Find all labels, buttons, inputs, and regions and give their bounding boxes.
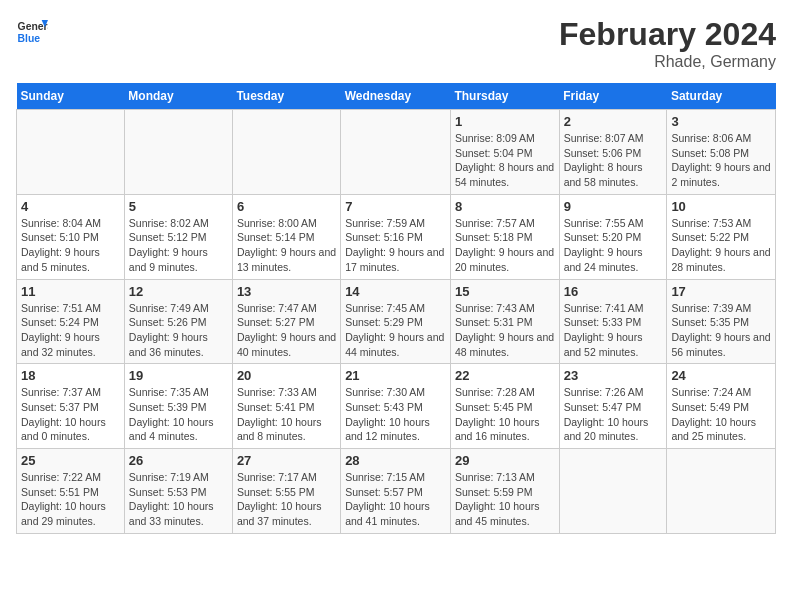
day-info: Sunrise: 8:02 AM Sunset: 5:12 PM Dayligh… (129, 216, 228, 275)
calendar-cell: 10Sunrise: 7:53 AM Sunset: 5:22 PM Dayli… (667, 194, 776, 279)
day-number: 17 (671, 284, 771, 299)
calendar-cell: 16Sunrise: 7:41 AM Sunset: 5:33 PM Dayli… (559, 279, 667, 364)
calendar-cell: 8Sunrise: 7:57 AM Sunset: 5:18 PM Daylig… (450, 194, 559, 279)
day-number: 27 (237, 453, 336, 468)
logo-icon: General Blue (16, 16, 48, 48)
weekday-thursday: Thursday (450, 83, 559, 110)
weekday-header-row: SundayMondayTuesdayWednesdayThursdayFrid… (17, 83, 776, 110)
day-info: Sunrise: 7:43 AM Sunset: 5:31 PM Dayligh… (455, 301, 555, 360)
weekday-saturday: Saturday (667, 83, 776, 110)
logo: General Blue (16, 16, 48, 48)
calendar-cell: 17Sunrise: 7:39 AM Sunset: 5:35 PM Dayli… (667, 279, 776, 364)
day-number: 5 (129, 199, 228, 214)
calendar-cell: 14Sunrise: 7:45 AM Sunset: 5:29 PM Dayli… (341, 279, 451, 364)
day-info: Sunrise: 8:04 AM Sunset: 5:10 PM Dayligh… (21, 216, 120, 275)
day-number: 24 (671, 368, 771, 383)
day-number: 21 (345, 368, 446, 383)
day-info: Sunrise: 7:41 AM Sunset: 5:33 PM Dayligh… (564, 301, 663, 360)
calendar-cell: 2Sunrise: 8:07 AM Sunset: 5:06 PM Daylig… (559, 110, 667, 195)
calendar-cell (124, 110, 232, 195)
day-number: 11 (21, 284, 120, 299)
day-info: Sunrise: 7:35 AM Sunset: 5:39 PM Dayligh… (129, 385, 228, 444)
weekday-tuesday: Tuesday (232, 83, 340, 110)
calendar-cell (341, 110, 451, 195)
calendar-week-2: 11Sunrise: 7:51 AM Sunset: 5:24 PM Dayli… (17, 279, 776, 364)
day-info: Sunrise: 7:39 AM Sunset: 5:35 PM Dayligh… (671, 301, 771, 360)
day-number: 12 (129, 284, 228, 299)
calendar-week-0: 1Sunrise: 8:09 AM Sunset: 5:04 PM Daylig… (17, 110, 776, 195)
day-info: Sunrise: 8:00 AM Sunset: 5:14 PM Dayligh… (237, 216, 336, 275)
day-info: Sunrise: 7:51 AM Sunset: 5:24 PM Dayligh… (21, 301, 120, 360)
title-block: February 2024 Rhade, Germany (559, 16, 776, 71)
day-number: 18 (21, 368, 120, 383)
day-number: 2 (564, 114, 663, 129)
day-number: 28 (345, 453, 446, 468)
calendar-cell: 7Sunrise: 7:59 AM Sunset: 5:16 PM Daylig… (341, 194, 451, 279)
day-info: Sunrise: 7:55 AM Sunset: 5:20 PM Dayligh… (564, 216, 663, 275)
calendar-cell: 26Sunrise: 7:19 AM Sunset: 5:53 PM Dayli… (124, 449, 232, 534)
day-number: 20 (237, 368, 336, 383)
calendar-cell: 9Sunrise: 7:55 AM Sunset: 5:20 PM Daylig… (559, 194, 667, 279)
svg-text:Blue: Blue (18, 33, 41, 44)
calendar-table: SundayMondayTuesdayWednesdayThursdayFrid… (16, 83, 776, 534)
day-number: 26 (129, 453, 228, 468)
day-info: Sunrise: 7:33 AM Sunset: 5:41 PM Dayligh… (237, 385, 336, 444)
page-subtitle: Rhade, Germany (559, 53, 776, 71)
calendar-week-4: 25Sunrise: 7:22 AM Sunset: 5:51 PM Dayli… (17, 449, 776, 534)
day-info: Sunrise: 8:06 AM Sunset: 5:08 PM Dayligh… (671, 131, 771, 190)
calendar-cell: 28Sunrise: 7:15 AM Sunset: 5:57 PM Dayli… (341, 449, 451, 534)
calendar-body: 1Sunrise: 8:09 AM Sunset: 5:04 PM Daylig… (17, 110, 776, 534)
calendar-cell: 29Sunrise: 7:13 AM Sunset: 5:59 PM Dayli… (450, 449, 559, 534)
day-info: Sunrise: 7:26 AM Sunset: 5:47 PM Dayligh… (564, 385, 663, 444)
calendar-cell: 4Sunrise: 8:04 AM Sunset: 5:10 PM Daylig… (17, 194, 125, 279)
day-info: Sunrise: 7:28 AM Sunset: 5:45 PM Dayligh… (455, 385, 555, 444)
day-number: 23 (564, 368, 663, 383)
day-number: 1 (455, 114, 555, 129)
calendar-cell (232, 110, 340, 195)
calendar-cell: 27Sunrise: 7:17 AM Sunset: 5:55 PM Dayli… (232, 449, 340, 534)
calendar-cell (667, 449, 776, 534)
calendar-week-3: 18Sunrise: 7:37 AM Sunset: 5:37 PM Dayli… (17, 364, 776, 449)
day-number: 4 (21, 199, 120, 214)
calendar-cell (17, 110, 125, 195)
day-info: Sunrise: 7:22 AM Sunset: 5:51 PM Dayligh… (21, 470, 120, 529)
day-number: 7 (345, 199, 446, 214)
calendar-cell: 15Sunrise: 7:43 AM Sunset: 5:31 PM Dayli… (450, 279, 559, 364)
calendar-cell: 22Sunrise: 7:28 AM Sunset: 5:45 PM Dayli… (450, 364, 559, 449)
day-number: 19 (129, 368, 228, 383)
day-info: Sunrise: 7:47 AM Sunset: 5:27 PM Dayligh… (237, 301, 336, 360)
calendar-cell: 12Sunrise: 7:49 AM Sunset: 5:26 PM Dayli… (124, 279, 232, 364)
calendar-cell: 1Sunrise: 8:09 AM Sunset: 5:04 PM Daylig… (450, 110, 559, 195)
calendar-cell: 11Sunrise: 7:51 AM Sunset: 5:24 PM Dayli… (17, 279, 125, 364)
calendar-cell (559, 449, 667, 534)
day-number: 8 (455, 199, 555, 214)
day-info: Sunrise: 7:30 AM Sunset: 5:43 PM Dayligh… (345, 385, 446, 444)
calendar-cell: 20Sunrise: 7:33 AM Sunset: 5:41 PM Dayli… (232, 364, 340, 449)
calendar-cell: 24Sunrise: 7:24 AM Sunset: 5:49 PM Dayli… (667, 364, 776, 449)
calendar-cell: 5Sunrise: 8:02 AM Sunset: 5:12 PM Daylig… (124, 194, 232, 279)
calendar-cell: 13Sunrise: 7:47 AM Sunset: 5:27 PM Dayli… (232, 279, 340, 364)
calendar-week-1: 4Sunrise: 8:04 AM Sunset: 5:10 PM Daylig… (17, 194, 776, 279)
weekday-sunday: Sunday (17, 83, 125, 110)
day-number: 22 (455, 368, 555, 383)
day-number: 16 (564, 284, 663, 299)
day-number: 29 (455, 453, 555, 468)
day-info: Sunrise: 7:49 AM Sunset: 5:26 PM Dayligh… (129, 301, 228, 360)
weekday-monday: Monday (124, 83, 232, 110)
weekday-wednesday: Wednesday (341, 83, 451, 110)
calendar-cell: 25Sunrise: 7:22 AM Sunset: 5:51 PM Dayli… (17, 449, 125, 534)
day-number: 13 (237, 284, 336, 299)
day-info: Sunrise: 7:15 AM Sunset: 5:57 PM Dayligh… (345, 470, 446, 529)
day-info: Sunrise: 7:17 AM Sunset: 5:55 PM Dayligh… (237, 470, 336, 529)
day-info: Sunrise: 7:57 AM Sunset: 5:18 PM Dayligh… (455, 216, 555, 275)
day-info: Sunrise: 7:19 AM Sunset: 5:53 PM Dayligh… (129, 470, 228, 529)
calendar-cell: 18Sunrise: 7:37 AM Sunset: 5:37 PM Dayli… (17, 364, 125, 449)
calendar-cell: 6Sunrise: 8:00 AM Sunset: 5:14 PM Daylig… (232, 194, 340, 279)
page-title: February 2024 (559, 16, 776, 53)
day-info: Sunrise: 7:53 AM Sunset: 5:22 PM Dayligh… (671, 216, 771, 275)
day-number: 6 (237, 199, 336, 214)
day-info: Sunrise: 7:45 AM Sunset: 5:29 PM Dayligh… (345, 301, 446, 360)
day-number: 9 (564, 199, 663, 214)
day-number: 3 (671, 114, 771, 129)
day-info: Sunrise: 7:37 AM Sunset: 5:37 PM Dayligh… (21, 385, 120, 444)
